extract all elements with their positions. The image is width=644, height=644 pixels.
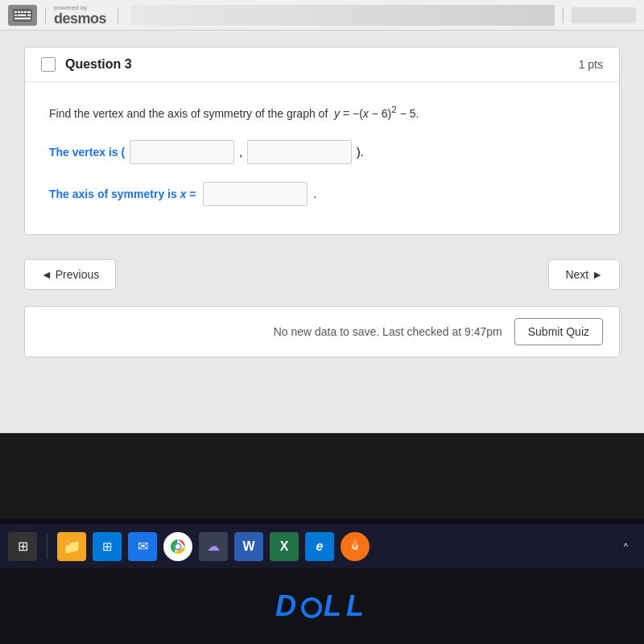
- svg-rect-4: [24, 11, 27, 13]
- taskbar-bottom: DLL: [0, 568, 644, 644]
- vertex-row: The vertex is ( , ).: [49, 140, 595, 164]
- question-header: Question 3 1 pts: [25, 47, 619, 82]
- toolbar-extra: [572, 7, 636, 23]
- vertex-label: The vertex is (: [49, 146, 125, 159]
- question-text: Find the vertex and the axis of symmetry…: [49, 102, 595, 122]
- file-explorer-icon[interactable]: 📁: [57, 532, 86, 561]
- question-title: Question 3: [65, 57, 132, 72]
- svg-rect-9: [14, 18, 31, 19]
- svg-point-12: [175, 544, 180, 549]
- edge-icon[interactable]: e: [305, 532, 334, 561]
- start-button[interactable]: ⊞: [8, 532, 37, 561]
- main-content: Question 3 1 pts Find the vertex and the…: [0, 31, 644, 433]
- question-checkbox[interactable]: [41, 57, 56, 72]
- axis-row: The axis of symmetry is x = .: [49, 182, 595, 206]
- vertex-x-input[interactable]: [130, 140, 234, 164]
- taskbar: ⊞ 📁 ⊞ ✉ ☁ W X e ^: [0, 519, 644, 644]
- question-header-left: Question 3: [41, 57, 132, 72]
- submit-status: No new data to save. Last checked at 9:4…: [274, 325, 502, 338]
- keyboard-icon: [8, 5, 37, 26]
- svg-rect-5: [27, 11, 31, 13]
- other-icon[interactable]: [341, 532, 369, 561]
- svg-rect-6: [14, 14, 17, 16]
- svg-rect-8: [27, 14, 31, 16]
- svg-rect-1: [14, 11, 17, 13]
- dell-logo: DLL: [275, 589, 369, 623]
- previous-button[interactable]: ◄ Previous: [24, 259, 116, 290]
- excel-icon[interactable]: X: [270, 532, 299, 561]
- axis-dot: .: [314, 188, 317, 200]
- question-body: Find the vertex and the axis of symmetry…: [25, 82, 619, 234]
- question-card: Question 3 1 pts Find the vertex and the…: [24, 47, 620, 235]
- svg-rect-7: [18, 14, 26, 16]
- svg-rect-3: [21, 11, 23, 13]
- top-bar: powered by desmos: [0, 0, 644, 31]
- system-tray: ^: [376, 542, 636, 551]
- vertex-separator: ,: [239, 146, 242, 159]
- submit-bar: No new data to save. Last checked at 9:4…: [24, 306, 620, 357]
- store-icon[interactable]: ⊞: [93, 532, 122, 561]
- desmos-logo: powered by desmos: [54, 5, 106, 26]
- question-pts: 1 pts: [579, 58, 603, 71]
- nav-buttons: ◄ Previous Next ►: [24, 251, 620, 306]
- submit-quiz-button[interactable]: Submit Quiz: [514, 318, 603, 345]
- axis-input[interactable]: [203, 182, 308, 206]
- vertex-close: ).: [357, 146, 364, 159]
- next-button[interactable]: Next ►: [548, 259, 620, 290]
- vertex-y-input[interactable]: [247, 140, 352, 164]
- mail-icon[interactable]: ✉: [128, 532, 157, 561]
- word-icon[interactable]: W: [234, 532, 263, 561]
- taskbar-divider-1: [47, 535, 47, 559]
- chrome-icon[interactable]: [163, 532, 192, 561]
- svg-rect-2: [18, 11, 20, 13]
- graph-preview: [130, 5, 555, 26]
- formula-display: y = −(x − 6)2 − 5.: [331, 107, 419, 120]
- teams-icon[interactable]: ☁: [199, 532, 228, 561]
- axis-label: The axis of symmetry is x =: [49, 188, 196, 200]
- taskbar-main: ⊞ 📁 ⊞ ✉ ☁ W X e ^: [0, 524, 644, 568]
